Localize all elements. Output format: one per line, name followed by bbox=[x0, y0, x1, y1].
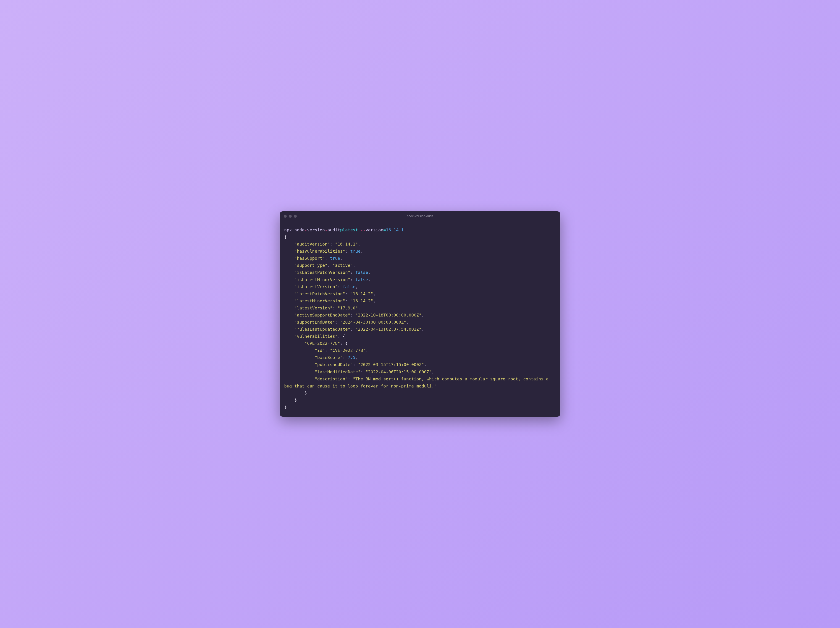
comma-icon: , bbox=[422, 327, 424, 331]
key-is-latest-version: "isLatestVersion" bbox=[294, 284, 338, 289]
colon-icon: : bbox=[353, 362, 355, 367]
colon-icon: : bbox=[333, 306, 335, 310]
colon-icon: : bbox=[340, 341, 343, 346]
equals-icon: = bbox=[383, 227, 386, 232]
val-is-latest-patch: false bbox=[355, 270, 368, 275]
val-active-support-end: "2022-10-18T00:00:00.000Z" bbox=[355, 312, 422, 317]
colon-icon: : bbox=[351, 312, 353, 317]
comma-icon: , bbox=[358, 306, 360, 310]
comma-icon: , bbox=[365, 348, 368, 353]
key-last-modified-date: "lastModifiedDate" bbox=[315, 369, 360, 374]
dash-icon: - bbox=[305, 227, 307, 232]
comma-icon: , bbox=[432, 369, 434, 374]
ver-patch: 1 bbox=[401, 227, 404, 232]
comma-icon: , bbox=[355, 284, 358, 289]
val-base-score: 7.5 bbox=[347, 355, 355, 360]
colon-icon: : bbox=[345, 298, 347, 303]
brace-open: { bbox=[345, 341, 347, 346]
maximize-icon[interactable] bbox=[294, 215, 297, 218]
titlebar: node-version-audit bbox=[279, 211, 561, 221]
key-id: "id" bbox=[315, 348, 325, 353]
colon-icon: : bbox=[351, 277, 353, 282]
terminal-body[interactable]: npx node-version-audit@latest --version=… bbox=[279, 221, 561, 417]
comma-icon: , bbox=[353, 263, 355, 268]
val-latest-version: "17.9.0" bbox=[338, 306, 358, 310]
val-has-vulnerabilities: true bbox=[351, 249, 361, 254]
colon-icon: : bbox=[343, 355, 345, 360]
colon-icon: : bbox=[335, 320, 338, 325]
dash-icon: - bbox=[325, 227, 327, 232]
double-dash-icon: -- bbox=[360, 227, 365, 232]
ver-minor: 14 bbox=[393, 227, 398, 232]
dot-icon: . bbox=[391, 227, 393, 232]
terminal-output: npx node-version-audit@latest --version=… bbox=[284, 226, 556, 411]
key-audit-version: "auditVersion" bbox=[294, 241, 330, 246]
key-vulnerabilities: "vulnerabilities" bbox=[294, 334, 338, 339]
val-has-support: true bbox=[330, 256, 340, 260]
val-is-latest-version: false bbox=[343, 284, 355, 289]
dot-icon: . bbox=[398, 227, 401, 232]
colon-icon: : bbox=[338, 284, 340, 289]
comma-icon: , bbox=[368, 277, 371, 282]
minimize-icon[interactable] bbox=[289, 215, 292, 218]
val-last-modified-date: "2022-04-06T20:15:00.000Z" bbox=[365, 369, 432, 374]
val-is-latest-minor: false bbox=[355, 277, 368, 282]
key-has-vulnerabilities: "hasVulnerabilities" bbox=[294, 249, 345, 254]
colon-icon: : bbox=[345, 249, 347, 254]
colon-icon: : bbox=[330, 241, 333, 246]
comma-icon: , bbox=[373, 298, 376, 303]
val-latest-minor-version: "16.14.2" bbox=[351, 298, 373, 303]
close-icon[interactable] bbox=[284, 215, 287, 218]
brace-close: } bbox=[284, 405, 287, 410]
cmd-npx: npx bbox=[284, 227, 292, 232]
cmd-pkg-audit: audit bbox=[327, 227, 340, 232]
key-description: "description" bbox=[315, 377, 348, 381]
colon-icon: : bbox=[338, 334, 340, 339]
key-base-score: "baseScore" bbox=[315, 355, 343, 360]
window-controls bbox=[284, 215, 297, 218]
cmd-pkg-node: node bbox=[294, 227, 305, 232]
key-active-support-end: "activeSupportEndDate" bbox=[294, 312, 351, 317]
colon-icon: : bbox=[347, 377, 350, 381]
comma-icon: , bbox=[422, 312, 424, 317]
colon-icon: : bbox=[325, 348, 327, 353]
flag-version: version bbox=[365, 227, 383, 232]
key-support-end: "supportEndDate" bbox=[294, 320, 335, 325]
comma-icon: , bbox=[406, 320, 409, 325]
window-title: node-version-audit bbox=[279, 214, 561, 218]
key-latest-patch-version: "latestPatchVersion" bbox=[294, 291, 345, 296]
brace-open: { bbox=[284, 235, 287, 239]
val-support-end: "2024-04-30T00:00:00.000Z" bbox=[340, 320, 406, 325]
ver-major: 16 bbox=[386, 227, 391, 232]
colon-icon: : bbox=[360, 369, 363, 374]
key-is-latest-patch: "isLatestPatchVersion" bbox=[294, 270, 351, 275]
colon-icon: : bbox=[345, 291, 347, 296]
comma-icon: , bbox=[360, 249, 363, 254]
brace-close: } bbox=[305, 391, 307, 396]
key-has-support: "hasSupport" bbox=[294, 256, 325, 260]
colon-icon: : bbox=[327, 263, 330, 268]
val-support-type: "active" bbox=[333, 263, 353, 268]
brace-close: } bbox=[294, 398, 297, 402]
at-latest: @latest bbox=[340, 227, 358, 232]
colon-icon: : bbox=[325, 256, 327, 260]
key-published-date: "publishedDate" bbox=[315, 362, 353, 367]
colon-icon: : bbox=[351, 270, 353, 275]
key-support-type: "supportType" bbox=[294, 263, 328, 268]
comma-icon: , bbox=[424, 362, 426, 367]
comma-icon: , bbox=[355, 355, 358, 360]
key-rules-updated: "rulesLastUpdatedDate" bbox=[294, 327, 351, 331]
val-audit-version: "16.14.1" bbox=[335, 241, 358, 246]
cmd-pkg-version: version bbox=[307, 227, 325, 232]
key-latest-minor-version: "latestMinorVersion" bbox=[294, 298, 345, 303]
terminal-window: node-version-audit npx node-version-audi… bbox=[279, 211, 561, 417]
comma-icon: , bbox=[373, 291, 376, 296]
key-latest-version: "latestVersion" bbox=[294, 306, 333, 310]
colon-icon: : bbox=[351, 327, 353, 331]
key-cve: "CVE-2022-778" bbox=[305, 341, 340, 346]
val-id: "CVE-2022-778" bbox=[330, 348, 366, 353]
key-is-latest-minor: "isLatestMinorVersion" bbox=[294, 277, 351, 282]
comma-icon: , bbox=[358, 241, 360, 246]
val-latest-patch-version: "16.14.2" bbox=[351, 291, 373, 296]
comma-icon: , bbox=[368, 270, 371, 275]
